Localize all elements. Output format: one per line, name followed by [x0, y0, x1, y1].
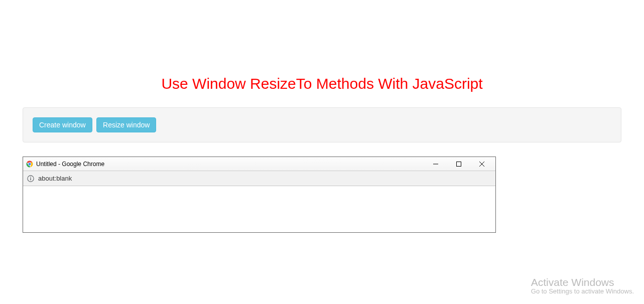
info-icon[interactable] — [27, 175, 34, 182]
page-title: Use Window ResizeTo Methods With JavaScr… — [0, 75, 644, 92]
resize-window-button[interactable]: Resize window — [96, 117, 156, 132]
svg-point-2 — [28, 163, 31, 165]
popup-titlebar[interactable]: Untitled - Google Chrome — [23, 157, 495, 171]
svg-rect-9 — [30, 178, 31, 180]
svg-point-8 — [30, 177, 31, 178]
popup-window-title: Untitled - Google Chrome — [36, 161, 424, 168]
watermark-subtitle: Go to Settings to activate Windows. — [531, 287, 634, 295]
maximize-button[interactable] — [447, 158, 470, 171]
minimize-button[interactable] — [424, 158, 447, 171]
button-well: Create window Resize window — [23, 107, 621, 142]
chrome-icon — [26, 161, 33, 168]
popup-url[interactable]: about:blank — [38, 175, 72, 182]
popup-content-area — [23, 186, 495, 232]
close-button[interactable] — [470, 158, 493, 171]
popup-chrome-window: Untitled - Google Chrome about:blank — [23, 157, 496, 233]
watermark-title: Activate Windows — [531, 276, 634, 288]
window-controls — [424, 158, 493, 171]
windows-activation-watermark: Activate Windows Go to Settings to activ… — [531, 276, 634, 295]
popup-addressbar: about:blank — [23, 171, 495, 186]
svg-rect-4 — [457, 162, 461, 166]
create-window-button[interactable]: Create window — [33, 117, 92, 132]
